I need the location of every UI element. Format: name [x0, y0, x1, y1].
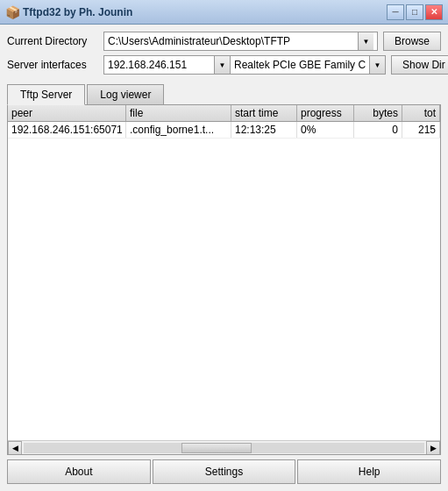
window-controls: ─ □ ✕ — [387, 4, 443, 20]
scroll-thumb[interactable] — [181, 443, 252, 453]
table-header: peer file start time progress bytes tot — [8, 105, 440, 122]
browse-button[interactable]: Browse — [383, 32, 441, 51]
showdir-button[interactable]: Show Dir — [391, 55, 448, 75]
server-iface-row: Server interfaces 192.168.246.151 ▼ Real… — [7, 55, 441, 75]
help-button[interactable]: Help — [297, 459, 441, 484]
iface-ip-arrow[interactable]: ▼ — [214, 56, 230, 74]
iface-wrap: 192.168.246.151 ▼ Realtek PCIe GBE Famil… — [103, 55, 448, 75]
tab-strip: Tftp Server Log viewer — [7, 84, 441, 105]
tab-log-viewer[interactable]: Log viewer — [87, 84, 164, 105]
cell-bytes: 0 — [354, 122, 402, 138]
horizontal-scrollbar[interactable]: ◀ ▶ — [8, 440, 440, 454]
cell-peer: 192.168.246.151:65071 — [8, 122, 126, 138]
scroll-right-button[interactable]: ▶ — [426, 441, 440, 455]
col-start: start time — [231, 105, 297, 121]
table-container: peer file start time progress bytes tot … — [7, 104, 441, 455]
table-body: 192.168.246.151:65071 .config_borne1.t..… — [8, 122, 440, 440]
scroll-left-button[interactable]: ◀ — [8, 441, 22, 455]
col-peer: peer — [8, 105, 126, 121]
iface-ip-value: 192.168.246.151 — [104, 59, 214, 71]
col-tot: tot — [402, 105, 440, 121]
bottom-bar: About Settings Help — [7, 455, 441, 484]
col-progress: progress — [297, 105, 354, 121]
cell-start: 12:13:25 — [231, 122, 297, 138]
col-bytes: bytes — [354, 105, 402, 121]
cell-file: .config_borne1.t... — [126, 122, 231, 138]
close-button[interactable]: ✕ — [425, 4, 443, 20]
scroll-track[interactable] — [24, 443, 424, 453]
current-dir-combo[interactable]: C:\Users\Administrateur\Desktop\TFTP ▼ — [103, 32, 378, 51]
maximize-button[interactable]: □ — [406, 4, 423, 20]
col-file: file — [126, 105, 231, 121]
iface-desc-value: Realtek PCIe GBE Family C — [231, 59, 369, 71]
about-button[interactable]: About — [7, 459, 151, 484]
current-dir-label: Current Directory — [7, 35, 103, 47]
title-text: Tftpd32 by Ph. Jounin — [23, 6, 387, 18]
current-dir-wrap: C:\Users\Administrateur\Desktop\TFTP ▼ B… — [103, 32, 441, 51]
iface-desc-combo[interactable]: Realtek PCIe GBE Family C ▼ — [231, 55, 386, 75]
tab-tftp-server[interactable]: Tftp Server — [7, 84, 85, 105]
current-dir-row: Current Directory C:\Users\Administrateu… — [7, 32, 441, 51]
settings-button[interactable]: Settings — [153, 459, 296, 484]
cell-tot: 215 — [402, 122, 440, 138]
window-body: Current Directory C:\Users\Administrateu… — [0, 25, 448, 491]
iface-ip-combo[interactable]: 192.168.246.151 ▼ — [103, 55, 231, 75]
current-dir-arrow[interactable]: ▼ — [358, 32, 373, 50]
app-icon: 📦 — [5, 5, 19, 19]
iface-desc-arrow[interactable]: ▼ — [369, 56, 385, 74]
server-iface-label: Server interfaces — [7, 59, 103, 71]
current-dir-value: C:\Users\Administrateur\Desktop\TFTP — [108, 35, 358, 47]
minimize-button[interactable]: ─ — [387, 4, 404, 20]
title-bar: 📦 Tftpd32 by Ph. Jounin ─ □ ✕ — [0, 0, 448, 25]
table-row[interactable]: 192.168.246.151:65071 .config_borne1.t..… — [8, 122, 440, 139]
cell-progress: 0% — [297, 122, 354, 138]
